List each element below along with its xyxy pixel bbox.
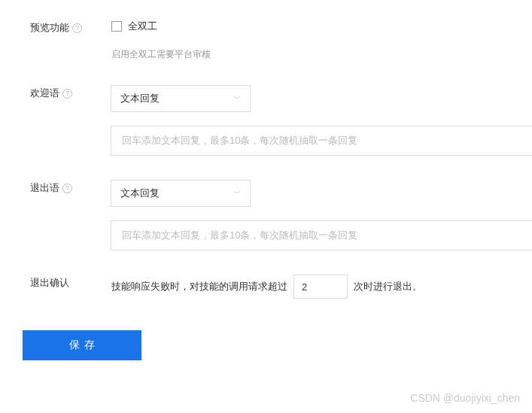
help-icon[interactable]: ? bbox=[62, 89, 72, 99]
help-icon[interactable]: ? bbox=[62, 184, 72, 193]
exit-content: 文本回复 ﹀ 回车添加文本回复，最多10条，每次随机抽取一条回复 bbox=[111, 180, 532, 251]
exit-reply-input[interactable]: 回车添加文本回复，最多10条，每次随机抽取一条回复 bbox=[111, 220, 532, 251]
exit-label: 退出语 ? bbox=[0, 180, 111, 195]
preview-content: 全双工 启用全双工需要平台审核 bbox=[111, 20, 532, 61]
save-button[interactable]: 保存 bbox=[23, 330, 141, 360]
exit-threshold-input[interactable]: 2 bbox=[293, 275, 348, 299]
checkbox-label: 全双工 bbox=[128, 20, 157, 33]
text-before: 技能响应失败时，对技能的调用请求超过 bbox=[111, 280, 287, 293]
select-value: 文本回复 bbox=[120, 92, 160, 105]
welcome-row: 欢迎语 ? 文本回复 ﹀ 回车添加文本回复，最多10条，每次随机抽取一条回复 bbox=[0, 85, 532, 156]
label-text: 欢迎语 bbox=[30, 87, 59, 100]
exit-confirm-content: 技能响应失败时，对技能的调用请求超过 2 次时进行退出。 bbox=[111, 275, 532, 299]
exit-confirm-label: 退出确认 bbox=[0, 275, 111, 290]
chevron-down-icon: ﹀ bbox=[233, 93, 241, 104]
exit-reply-type-select[interactable]: 文本回复 ﹀ bbox=[111, 180, 251, 207]
preview-hint: 启用全双工需要平台审核 bbox=[111, 48, 532, 61]
text-after: 次时进行退出。 bbox=[354, 280, 422, 293]
select-value: 文本回复 bbox=[120, 187, 160, 200]
welcome-content: 文本回复 ﹀ 回车添加文本回复，最多10条，每次随机抽取一条回复 bbox=[111, 85, 532, 156]
input-value: 2 bbox=[302, 281, 307, 293]
watermark: CSDN @duojiyixi_chen bbox=[410, 392, 520, 404]
input-placeholder: 回车添加文本回复，最多10条，每次随机抽取一条回复 bbox=[122, 229, 357, 242]
welcome-reply-input[interactable]: 回车添加文本回复，最多10条，每次随机抽取一条回复 bbox=[111, 126, 532, 156]
label-text: 预览功能 bbox=[30, 21, 69, 35]
full-duplex-checkbox[interactable] bbox=[111, 21, 122, 32]
welcome-reply-type-select[interactable]: 文本回复 ﹀ bbox=[111, 85, 251, 112]
exit-row: 退出语 ? 文本回复 ﹀ 回车添加文本回复，最多10条，每次随机抽取一条回复 bbox=[0, 180, 532, 251]
input-placeholder: 回车添加文本回复，最多10条，每次随机抽取一条回复 bbox=[122, 134, 357, 147]
label-text: 退出语 bbox=[30, 181, 59, 195]
preview-row: 预览功能 ? 全双工 启用全双工需要平台审核 bbox=[0, 20, 532, 61]
help-icon[interactable]: ? bbox=[72, 23, 82, 33]
exit-confirm-row: 退出确认 技能响应失败时，对技能的调用请求超过 2 次时进行退出。 bbox=[0, 275, 532, 299]
welcome-label: 欢迎语 ? bbox=[0, 85, 111, 100]
preview-label: 预览功能 ? bbox=[0, 20, 111, 35]
full-duplex-checkbox-row: 全双工 bbox=[111, 20, 532, 33]
label-text: 退出确认 bbox=[30, 276, 69, 290]
chevron-down-icon: ﹀ bbox=[233, 188, 241, 199]
